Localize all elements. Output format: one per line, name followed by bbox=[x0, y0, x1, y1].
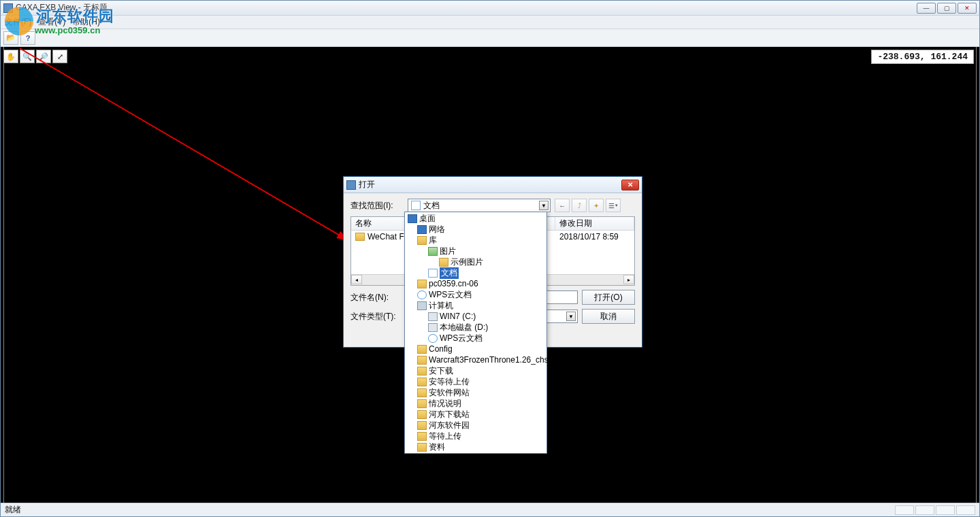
tree-item[interactable]: 网络 bbox=[405, 224, 546, 235]
folder-icon bbox=[355, 233, 365, 241]
tree-item[interactable]: Config bbox=[405, 344, 546, 354]
tree-item-label: pc0359.cn-06 bbox=[429, 279, 478, 288]
tree-item[interactable]: pc0359.cn-06 bbox=[405, 278, 546, 289]
tree-item[interactable]: WPS云文档 bbox=[405, 289, 546, 300]
dialog-icon bbox=[346, 180, 356, 190]
tree-item-label: WPS云文档 bbox=[429, 289, 472, 301]
tree-item-label: 等待上传 bbox=[429, 431, 461, 442]
window-title: CAXA EXB View - 无标题 bbox=[16, 2, 915, 14]
up-one-level-button[interactable]: ⤴ bbox=[572, 199, 587, 212]
folder-icon bbox=[417, 356, 427, 365]
folder-icon bbox=[417, 388, 427, 397]
tree-item[interactable]: 等待上传 bbox=[405, 431, 546, 441]
tree-item[interactable]: 文档 bbox=[405, 267, 546, 278]
tree-item-label: 情况说明 bbox=[429, 398, 461, 410]
tree-item[interactable]: 安等待上传 bbox=[405, 376, 546, 387]
tree-item[interactable]: 河东下载站 bbox=[405, 409, 546, 420]
dialog-nav-buttons: ← ⤴ ✦ ☰▾ bbox=[555, 199, 621, 212]
tree-item-label: 库 bbox=[429, 235, 437, 246]
open-file-button[interactable]: 📂 bbox=[3, 31, 18, 45]
pics-icon bbox=[428, 247, 438, 256]
folder-icon bbox=[417, 443, 427, 452]
status-pane-1 bbox=[895, 505, 914, 515]
tree-item[interactable]: 安下载 bbox=[405, 365, 546, 376]
lookin-combo[interactable]: 文档 ▼ bbox=[408, 199, 551, 212]
status-text: 就绪 bbox=[5, 504, 895, 516]
tree-item[interactable]: 示例图片 bbox=[405, 256, 546, 267]
folder-icon bbox=[417, 410, 427, 419]
cloud-icon bbox=[417, 290, 427, 299]
folder-icon bbox=[417, 432, 427, 441]
filetype-label: 文件类型(T): bbox=[350, 311, 404, 322]
lookin-label: 查找范围(I): bbox=[350, 200, 404, 212]
chevron-down-icon: ▾ bbox=[615, 203, 618, 208]
toolbar-main: 📂 ? bbox=[1, 29, 979, 47]
cloud-icon bbox=[428, 334, 438, 343]
app-icon bbox=[3, 3, 13, 13]
zoom-extents-button[interactable]: ⤢ bbox=[52, 50, 67, 63]
tree-item-label: 桌面 bbox=[419, 213, 436, 224]
menubar: 文件(F) 查看(V) 帮助(H) bbox=[1, 16, 979, 29]
tree-item[interactable]: 河东软件园 bbox=[405, 420, 546, 431]
tree-item-label: Config bbox=[429, 344, 453, 354]
back-button[interactable]: ← bbox=[555, 199, 570, 212]
menu-view[interactable]: 查看(V) bbox=[38, 16, 65, 28]
zoom-out-button[interactable]: 🔎 bbox=[36, 50, 51, 63]
cancel-button[interactable]: 取消 bbox=[582, 309, 635, 324]
tree-item[interactable]: 安软件网站 bbox=[405, 387, 546, 398]
status-pane-3 bbox=[936, 505, 955, 515]
titlebar: CAXA EXB View - 无标题 — ▢ ✕ bbox=[1, 1, 979, 16]
coordinate-readout: -238.693, 161.244 bbox=[871, 50, 974, 64]
folder-icon bbox=[417, 280, 427, 288]
dialog-title: 打开 bbox=[359, 179, 375, 190]
tree-item[interactable]: WPS云文档 bbox=[405, 333, 546, 344]
menu-file[interactable]: 文件(F) bbox=[5, 16, 31, 28]
status-panes bbox=[895, 505, 975, 515]
scroll-left-button[interactable]: ◂ bbox=[351, 275, 362, 284]
lookin-dropdown-tree[interactable]: 桌面网络库图片示例图片文档pc0359.cn-06WPS云文档计算机WIN7 (… bbox=[404, 212, 547, 454]
menu-help[interactable]: 帮助(H) bbox=[72, 16, 100, 28]
tree-item-label: 示例图片 bbox=[451, 256, 483, 268]
close-button[interactable]: ✕ bbox=[958, 3, 977, 14]
main-window: CAXA EXB View - 无标题 — ▢ ✕ 文件(F) 查看(V) 帮助… bbox=[0, 0, 980, 517]
lookin-value: 文档 bbox=[423, 200, 440, 212]
minimize-button[interactable]: — bbox=[917, 3, 936, 14]
views-icon: ☰ bbox=[608, 202, 615, 210]
help-button[interactable]: ? bbox=[20, 31, 35, 45]
tree-item-label: 计算机 bbox=[429, 300, 453, 312]
library-icon bbox=[417, 236, 427, 245]
chevron-down-icon[interactable]: ▼ bbox=[539, 201, 549, 210]
chevron-down-icon[interactable]: ▼ bbox=[566, 312, 576, 321]
tree-item[interactable]: 情况说明 bbox=[405, 398, 546, 409]
folder-icon bbox=[417, 399, 427, 408]
file-date: 2018/10/17 8:59 bbox=[555, 232, 634, 241]
toolbar-view: ✋ 🔍 🔎 ⤢ bbox=[3, 50, 67, 63]
tree-item-label: WIN7 (C:) bbox=[440, 312, 476, 321]
tree-item-label: 安等待上传 bbox=[429, 376, 470, 388]
tree-item[interactable]: Warcraft3FrozenThrone1.26_chs bbox=[405, 354, 546, 365]
tree-item[interactable]: WIN7 (C:) bbox=[405, 311, 546, 322]
folder-icon bbox=[417, 367, 427, 376]
tree-item[interactable]: 图片 bbox=[405, 246, 546, 256]
status-pane-2 bbox=[915, 505, 934, 515]
views-button[interactable]: ☰▾ bbox=[606, 199, 621, 212]
tree-item[interactable]: 计算机 bbox=[405, 300, 546, 311]
tree-item-label: 资料 bbox=[429, 441, 445, 453]
scroll-right-button[interactable]: ▸ bbox=[623, 275, 634, 284]
column-date[interactable]: 修改日期 bbox=[555, 217, 634, 230]
dialog-close-button[interactable]: ✕ bbox=[621, 180, 639, 190]
tree-item[interactable]: 库 bbox=[405, 235, 546, 246]
statusbar: 就绪 bbox=[1, 503, 979, 516]
open-button[interactable]: 打开(O) bbox=[582, 290, 635, 305]
pan-button[interactable]: ✋ bbox=[3, 50, 18, 63]
new-folder-button[interactable]: ✦ bbox=[589, 199, 604, 212]
drive-icon bbox=[428, 312, 438, 321]
maximize-button[interactable]: ▢ bbox=[937, 3, 956, 14]
tree-item[interactable]: 桌面 bbox=[405, 213, 546, 224]
tree-item-label: Warcraft3FrozenThrone1.26_chs bbox=[429, 355, 549, 365]
tree-item[interactable]: 资料 bbox=[405, 441, 546, 452]
computer-icon bbox=[417, 301, 427, 310]
zoom-window-button[interactable]: 🔍 bbox=[20, 50, 35, 63]
tree-item[interactable]: 本地磁盘 (D:) bbox=[405, 322, 546, 333]
drive-icon bbox=[428, 323, 438, 332]
